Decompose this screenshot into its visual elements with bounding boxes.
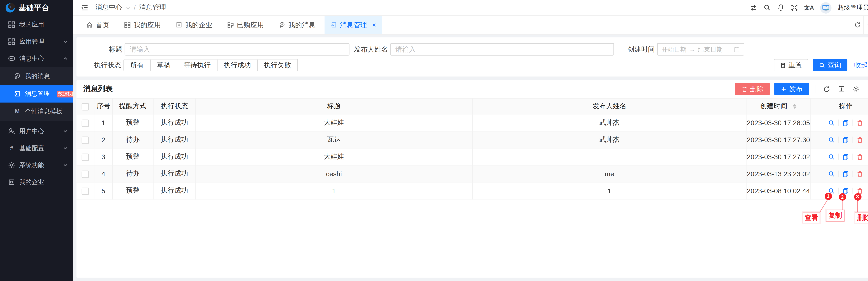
sidebar-item-my-apps[interactable]: 我的应用	[0, 16, 73, 33]
sidebar-item-my-enterprise[interactable]: 我的企业	[0, 173, 73, 190]
row-checkbox[interactable]	[82, 153, 89, 161]
sort-carets-icon[interactable]	[793, 104, 797, 109]
sidebar-item-basic-config[interactable]: # 基础配置	[0, 139, 73, 156]
sidebar-item-message-center[interactable]: 消息中心	[0, 50, 73, 67]
sidebar-item-my-messages[interactable]: 我的消息	[0, 67, 73, 85]
copy-icon[interactable]	[842, 187, 849, 194]
publish-button[interactable]: 发布	[774, 83, 809, 95]
status-option-waiting[interactable]: 等待执行	[177, 60, 217, 71]
sidebar-item-label: 系统功能	[19, 161, 59, 169]
tab-label: 我的企业	[185, 20, 213, 30]
view-icon[interactable]	[828, 119, 835, 126]
status-option-all[interactable]: 所有	[124, 60, 150, 71]
sidebar-item-label: 我的消息	[25, 72, 50, 81]
date-range-picker[interactable]: 开始日期 → 结束日期	[657, 43, 744, 56]
filter-actions: 重置 查询 收起	[774, 59, 868, 71]
sidebar-item-label: 消息管理	[25, 90, 50, 98]
sidebar-item-message-templates[interactable]: M 个性消息模板	[0, 103, 73, 120]
reset-button[interactable]: 重置	[774, 59, 808, 71]
view-icon[interactable]	[828, 136, 835, 143]
breadcrumb-parent[interactable]: 消息中心	[95, 3, 122, 12]
open-tabs: 首页 我的应用 我的企业 已购应用 我的消息	[73, 16, 382, 34]
copy-icon[interactable]	[842, 136, 849, 143]
tab-my-enterprise[interactable]: 我的企业	[170, 16, 218, 34]
created-filter-label: 创建时间	[614, 44, 655, 54]
header-remind: 提醒方式	[112, 98, 153, 114]
delete-row-icon[interactable]	[857, 187, 863, 194]
delete-row-icon[interactable]	[857, 153, 863, 160]
swap-icon[interactable]	[749, 4, 757, 12]
select-all-checkbox[interactable]	[82, 103, 89, 110]
chevron-up-icon	[63, 56, 68, 61]
header-status: 执行状态	[153, 98, 195, 114]
copy-icon[interactable]	[842, 153, 849, 160]
chat-user-icon	[13, 72, 21, 80]
appstore-icon	[227, 22, 234, 28]
query-button[interactable]: 查询	[813, 59, 847, 71]
chevron-down-icon[interactable]	[126, 5, 130, 10]
table-tools	[823, 85, 868, 93]
close-icon[interactable]: ×	[372, 21, 376, 29]
bell-icon[interactable]	[777, 4, 784, 11]
refresh-icon[interactable]	[851, 16, 863, 34]
tab-home[interactable]: 首页	[81, 16, 115, 34]
translate-icon[interactable]: 文A	[804, 4, 814, 12]
hash-icon: #	[8, 145, 15, 151]
topbar: 消息中心 / 消息管理 文A 超级管理员	[73, 0, 868, 16]
username[interactable]: 超级管理员	[838, 3, 868, 12]
row-checkbox[interactable]	[82, 136, 89, 144]
toolbar-divider	[815, 85, 816, 93]
delete-row-icon[interactable]	[857, 170, 863, 177]
delete-row-icon[interactable]	[857, 119, 863, 126]
table-row: 4 待办 执行成功 ceshi me 2023-03-13 23:23:02	[76, 165, 868, 182]
content-area: 标题 发布人姓名 创建时间 开始日期 → 结束日期 执行状态 所有	[73, 35, 868, 281]
title-filter-input[interactable]	[125, 43, 349, 56]
chevron-down-icon	[63, 162, 68, 167]
home-icon	[86, 22, 93, 28]
sidebar-submenu-message-center: 我的消息 消息管理 数据权限 M 个性消息模板	[0, 67, 73, 121]
view-icon[interactable]	[828, 187, 835, 194]
header-created[interactable]: 创建时间	[746, 98, 810, 114]
logo-icon	[5, 3, 15, 13]
refresh-icon[interactable]	[823, 85, 830, 93]
view-icon[interactable]	[828, 153, 835, 160]
plus-icon	[780, 86, 787, 92]
collapse-sidebar-icon[interactable]	[81, 4, 88, 11]
delete-button[interactable]: 删除	[735, 83, 770, 95]
tab-label: 首页	[96, 20, 109, 30]
view-icon[interactable]	[828, 170, 835, 177]
gear-icon[interactable]	[852, 85, 860, 93]
sidebar-item-system-functions[interactable]: 系统功能	[0, 156, 73, 174]
expand-icon[interactable]	[867, 85, 868, 93]
sidebar-item-app-management[interactable]: 应用管理	[0, 33, 73, 50]
delete-row-icon[interactable]	[857, 136, 863, 143]
row-checkbox[interactable]	[82, 119, 89, 127]
sidebar-item-message-management[interactable]: 消息管理 数据权限	[0, 85, 73, 102]
status-option-draft[interactable]: 草稿	[150, 60, 177, 71]
status-option-failed[interactable]: 执行失败	[257, 60, 298, 71]
table-row: 2 待办 执行成功 瓦达 武帅杰 2023-03-30 17:27:30	[76, 131, 868, 148]
chevron-down-icon[interactable]	[863, 16, 868, 34]
copy-icon[interactable]	[842, 119, 849, 126]
row-checkbox[interactable]	[82, 187, 89, 195]
publisher-filter-input[interactable]	[390, 43, 614, 56]
tab-label: 消息管理	[340, 20, 367, 30]
delete-button-label: 删除	[750, 84, 764, 94]
publisher-filter-label: 发布人姓名	[349, 44, 388, 54]
tab-my-apps[interactable]: 我的应用	[118, 16, 166, 34]
search-icon[interactable]	[763, 4, 771, 11]
tab-my-messages[interactable]: 我的消息	[273, 16, 321, 34]
collapse-filters-link[interactable]: 收起	[854, 60, 868, 70]
tab-message-management[interactable]: 消息管理 ×	[324, 16, 382, 34]
fullscreen-icon[interactable]	[790, 4, 798, 11]
sidebar-item-user-center[interactable]: 用户中心	[0, 122, 73, 139]
row-checkbox[interactable]	[82, 170, 89, 178]
density-icon[interactable]	[838, 85, 845, 93]
message-table: 序号 提醒方式 执行状态 标题 发布人姓名 创建时间 操作 1	[76, 98, 868, 199]
tab-purchased-apps[interactable]: 已购应用	[221, 16, 270, 34]
collapse-link-label: 收起	[854, 60, 868, 70]
copy-icon[interactable]	[842, 170, 849, 177]
status-option-success[interactable]: 执行成功	[217, 60, 257, 71]
sidebar-item-label: 个性消息模板	[25, 107, 62, 116]
avatar[interactable]	[820, 2, 831, 13]
